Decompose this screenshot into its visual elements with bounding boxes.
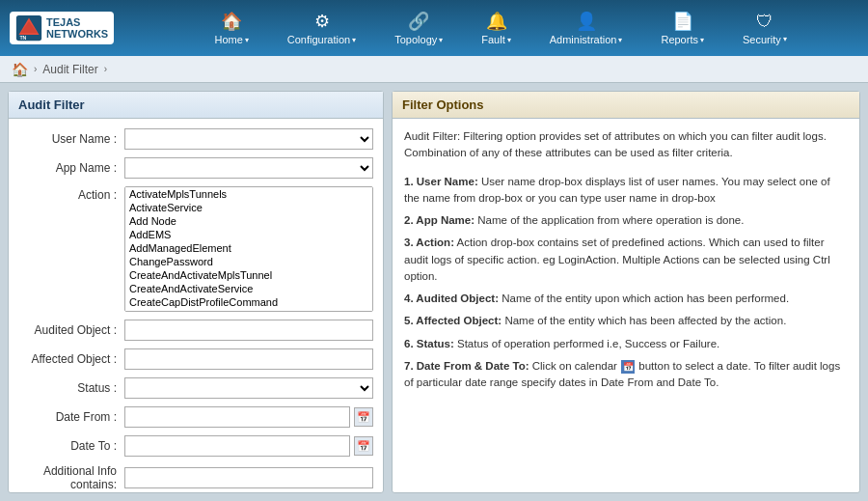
svg-text:TN: TN xyxy=(19,35,26,41)
info-item-2-text: Name of the application from where opera… xyxy=(475,214,744,226)
app-name-select[interactable] xyxy=(124,157,373,179)
left-panel-title: Audit Filter xyxy=(9,92,383,119)
info-item-5-bold: Affected Object: xyxy=(416,315,502,326)
main-content: Audit Filter User Name : App Name : xyxy=(0,83,868,501)
info-item-3-bold: Action: xyxy=(416,237,454,248)
nav-fault[interactable]: 🔔 Fault▾ xyxy=(472,7,520,49)
nav-topology[interactable]: 🔗 Topology▾ xyxy=(385,7,452,49)
affected-object-input[interactable] xyxy=(124,348,373,370)
date-from-control: 📅 xyxy=(124,406,373,428)
breadcrumb: 🏠 › Audit Filter › xyxy=(0,56,868,83)
date-to-calendar-icon[interactable]: 📅 xyxy=(354,436,373,456)
date-from-label: Date From : xyxy=(18,410,124,424)
info-item-6-bold: Status: xyxy=(417,338,454,349)
action-listbox[interactable]: ActivateMplsTunnelsActivateServiceAdd No… xyxy=(124,186,373,312)
logo-area: TN TEJAS NETWORKS xyxy=(10,12,114,44)
tejas-logo-icon: TN xyxy=(15,14,42,42)
nav-home[interactable]: 🏠 Home▾ xyxy=(204,7,258,49)
info-item-5-num: 5. xyxy=(404,315,416,326)
date-to-row: Date To : 📅 xyxy=(18,435,373,457)
administration-icon: 👤 xyxy=(576,11,597,32)
status-select[interactable]: Success Failure xyxy=(124,377,373,399)
action-label: Action : xyxy=(18,186,124,312)
date-from-calendar-icon[interactable]: 📅 xyxy=(354,407,373,427)
audited-object-row: Audited Object : xyxy=(18,320,373,341)
info-item-7-bold: Date From & Date To: xyxy=(417,360,529,372)
logo-text: TEJAS NETWORKS xyxy=(46,16,108,40)
info-item-3-num: 3. xyxy=(404,237,416,248)
additional-info-label: Additional Info contains: xyxy=(18,464,124,491)
nav-security[interactable]: 🛡 Security▾ xyxy=(733,8,797,49)
audited-object-input[interactable] xyxy=(124,320,373,341)
configuration-icon: ⚙ xyxy=(314,11,330,32)
right-panel-title: Filter Options xyxy=(393,92,859,119)
action-row: Action : ActivateMplsTunnelsActivateServ… xyxy=(18,186,373,312)
nav-reports[interactable]: 📄 Reports▾ xyxy=(651,7,714,49)
info-item-7-num: 7. xyxy=(404,360,417,372)
app-name-row: App Name : xyxy=(18,157,373,179)
affected-object-control xyxy=(124,348,373,370)
user-name-select[interactable] xyxy=(124,128,373,150)
info-item-2-bold: App Name: xyxy=(416,214,475,226)
status-control: Success Failure xyxy=(124,377,373,399)
additional-info-row: Additional Info contains: xyxy=(18,464,373,491)
status-label: Status : xyxy=(18,381,124,395)
status-row: Status : Success Failure xyxy=(18,377,373,399)
info-item-2-num: 2. xyxy=(404,214,416,226)
audited-object-control xyxy=(124,320,373,341)
header: TN TEJAS NETWORKS 🏠 Home▾ ⚙ Configuratio… xyxy=(0,0,868,56)
nav-administration[interactable]: 👤 Administration▾ xyxy=(540,7,633,49)
breadcrumb-sep2: › xyxy=(104,64,107,74)
nav-configuration[interactable]: ⚙ Configuration▾ xyxy=(278,7,366,49)
left-panel-body: User Name : App Name : Action : xyxy=(9,119,383,501)
additional-info-control xyxy=(124,467,373,488)
info-item-5-text: Name of the entity which has been affect… xyxy=(502,315,786,326)
info-item-4-bold: Audited Object: xyxy=(416,292,499,304)
info-item-4-num: 4. xyxy=(404,292,416,304)
audited-object-label: Audited Object : xyxy=(18,323,124,337)
info-item-7: 7. Date From & Date To: Click on calenda… xyxy=(404,358,848,392)
right-panel: Filter Options Audit Filter: Filtering o… xyxy=(392,91,860,493)
filter-intro: Audit Filter: Filtering option provides … xyxy=(404,128,848,162)
date-to-control: 📅 xyxy=(124,435,373,457)
info-item-1: 1. User Name: User name drop-box display… xyxy=(404,174,848,208)
info-item-1-bold: User Name: xyxy=(417,176,478,187)
info-item-2: 2. App Name: Name of the application fro… xyxy=(404,212,848,229)
calendar-inline-icon: 📅 xyxy=(621,360,635,374)
breadcrumb-page: Audit Filter xyxy=(42,63,97,76)
affected-object-row: Affected Object : xyxy=(18,348,373,370)
date-to-input[interactable] xyxy=(124,435,350,457)
user-name-label: User Name : xyxy=(18,132,124,146)
topology-icon: 🔗 xyxy=(408,11,429,32)
security-icon: 🛡 xyxy=(756,12,773,32)
app-name-control xyxy=(124,157,373,179)
logo-box: TN TEJAS NETWORKS xyxy=(10,12,114,44)
right-panel-body: Audit Filter: Filtering option provides … xyxy=(393,119,859,406)
breadcrumb-sep1: › xyxy=(34,64,37,74)
affected-object-label: Affected Object : xyxy=(18,352,124,366)
info-item-6-text: Status of operation performed i.e, Succe… xyxy=(454,338,720,349)
additional-info-input[interactable] xyxy=(124,467,373,488)
left-panel: Audit Filter User Name : App Name : xyxy=(8,91,384,493)
home-icon: 🏠 xyxy=(221,11,242,32)
info-item-3: 3. Action: Action drop-box contains set … xyxy=(404,235,848,285)
reports-icon: 📄 xyxy=(672,11,693,32)
app-name-label: App Name : xyxy=(18,161,124,175)
fault-icon: 🔔 xyxy=(486,11,507,32)
info-item-4: 4. Audited Object: Name of the entity up… xyxy=(404,291,848,307)
date-from-row: Date From : 📅 xyxy=(18,406,373,428)
info-item-4-text: Name of the entity upon which action has… xyxy=(499,292,789,304)
info-item-6-num: 6. xyxy=(404,338,417,349)
breadcrumb-home-icon[interactable]: 🏠 xyxy=(12,62,28,77)
action-control: ActivateMplsTunnelsActivateServiceAdd No… xyxy=(124,186,373,312)
date-from-input[interactable] xyxy=(124,406,350,428)
user-name-row: User Name : xyxy=(18,128,373,150)
info-item-6: 6. Status: Status of operation performed… xyxy=(404,336,848,352)
date-to-label: Date To : xyxy=(18,439,124,453)
user-name-control xyxy=(124,128,373,150)
nav-items: 🏠 Home▾ ⚙ Configuration▾ 🔗 Topology▾ 🔔 F… xyxy=(143,7,858,49)
info-item-1-num: 1. xyxy=(404,176,417,187)
info-item-5: 5. Affected Object: Name of the entity w… xyxy=(404,313,848,329)
info-item-3-text: Action drop-box contains set of predefin… xyxy=(404,237,830,282)
